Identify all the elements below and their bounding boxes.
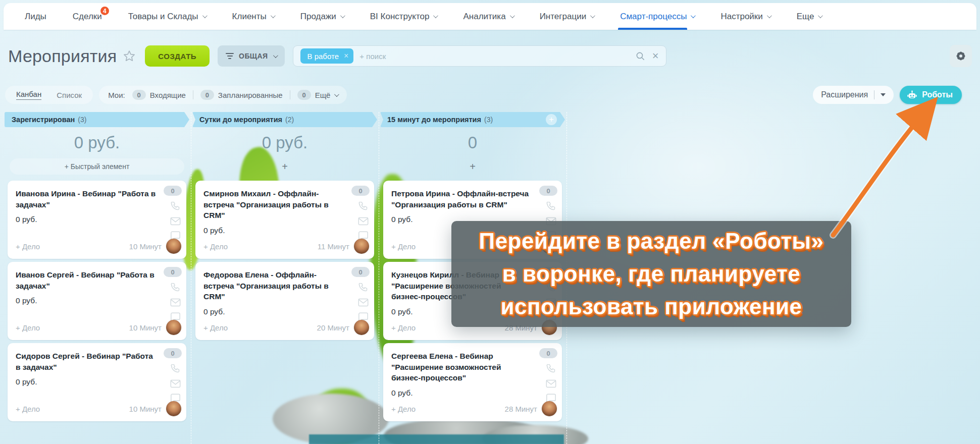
- counter-incoming[interactable]: 0 Входящие: [132, 90, 186, 100]
- avatar[interactable]: [354, 320, 369, 335]
- add-column-plus-button[interactable]: +: [546, 114, 557, 125]
- quick-add-plus[interactable]: +: [470, 161, 476, 173]
- column-header[interactable]: Сутки до мероприятия (2): [192, 112, 377, 127]
- coach-tooltip-line: в воронке, где планируете: [502, 263, 800, 285]
- nav-item-more[interactable]: Еще: [797, 3, 822, 30]
- chevron-down-icon: [273, 53, 278, 58]
- card-time: 28 Минут: [505, 405, 537, 413]
- favorite-star-icon[interactable]: [123, 49, 136, 63]
- background-stone: [482, 425, 588, 444]
- nav-item-deals[interactable]: Сделки 4: [73, 3, 102, 30]
- coach-tooltip: Перейдите в раздел «Роботы» в воронке, г…: [451, 221, 851, 327]
- column-header[interactable]: Зарегистрирован (3): [5, 112, 189, 127]
- phone-icon[interactable]: [170, 201, 181, 211]
- activity-count-badge: 0: [164, 267, 182, 277]
- add-todo-link[interactable]: + Дело: [16, 405, 40, 413]
- tab-list[interactable]: Список: [57, 91, 82, 99]
- chevron-down-icon: [334, 92, 339, 97]
- nav-item-bi-builder[interactable]: BI Конструктор: [370, 3, 437, 30]
- avatar[interactable]: [166, 239, 181, 254]
- robots-button[interactable]: Роботы: [900, 86, 962, 104]
- kanban-card[interactable]: Сидоров Сергей - Вебинар "Работа в задач…: [8, 343, 186, 421]
- phone-icon[interactable]: [170, 282, 181, 293]
- funnel-icon: [226, 53, 234, 60]
- activity-count-badge: 0: [164, 348, 182, 358]
- avatar[interactable]: [354, 239, 369, 254]
- column-sum: 0: [380, 133, 565, 151]
- phone-icon[interactable]: [546, 201, 556, 211]
- quick-add-plus[interactable]: +: [282, 161, 288, 173]
- email-icon[interactable]: [170, 217, 181, 226]
- funnel-filter-button[interactable]: ОБЩАЯ: [218, 45, 284, 67]
- nav-item-smart-processes[interactable]: Смарт-процессы: [620, 3, 694, 30]
- chip-close-icon[interactable]: ×: [344, 51, 348, 61]
- add-todo-link[interactable]: + Дело: [16, 323, 40, 332]
- chevron-down-icon: [590, 13, 595, 18]
- email-icon[interactable]: [170, 298, 181, 307]
- kanban-card[interactable]: Иванова Ирина - Вебинар "Работа в задача…: [8, 181, 186, 259]
- nav-item-products[interactable]: Товары и Склады: [128, 3, 206, 30]
- counter-planned[interactable]: 0 Запланированные: [200, 90, 283, 100]
- activity-count-badge: 0: [351, 267, 370, 277]
- nav-item-analytics[interactable]: Аналитика: [463, 3, 513, 30]
- email-icon[interactable]: [170, 379, 181, 388]
- card-time: 10 Минут: [129, 242, 162, 251]
- activity-count-badge: 0: [164, 186, 182, 196]
- search-input[interactable]: [359, 52, 629, 61]
- top-navbar: Лиды Сделки 4 Товары и Склады Клиенты Пр…: [4, 3, 976, 30]
- gear-icon: [956, 51, 966, 61]
- background-water: [309, 434, 564, 444]
- my-counters: Мои: 0 Входящие 0 Запланированные 0 Ещё: [99, 86, 347, 104]
- phone-icon[interactable]: [358, 282, 369, 293]
- kanban-card[interactable]: Федорова Елена - Оффлайн-встреча "Органи…: [195, 262, 374, 340]
- search-clear-icon[interactable]: ×: [652, 50, 659, 62]
- nav-item-settings[interactable]: Настройки: [720, 3, 770, 30]
- column-sum: 0 руб.: [5, 133, 189, 151]
- column-sum: 0 руб.: [192, 133, 377, 151]
- settings-gear-button[interactable]: [950, 45, 972, 67]
- add-todo-link[interactable]: + Дело: [391, 405, 416, 413]
- kanban-card[interactable]: Смирнов Михаил - Оффлайн-встреча "Органи…: [195, 181, 374, 259]
- nav-item-sales[interactable]: Продажи: [300, 3, 344, 30]
- chevron-down-icon: [202, 13, 208, 18]
- chevron-down-icon: [767, 13, 772, 18]
- filter-chip-in-progress[interactable]: В работе ×: [300, 48, 354, 64]
- add-todo-link[interactable]: + Дело: [391, 242, 416, 251]
- nav-item-leads[interactable]: Лиды: [25, 3, 46, 30]
- extensions-button[interactable]: Расширения: [813, 86, 894, 104]
- avatar[interactable]: [166, 320, 181, 335]
- email-icon[interactable]: [546, 379, 556, 388]
- quick-add-element-button[interactable]: + Быстрый элемент: [10, 158, 184, 175]
- chevron-down-icon: [271, 13, 276, 18]
- phone-icon[interactable]: [358, 201, 369, 211]
- chevron-down-icon: [433, 13, 438, 18]
- add-todo-link[interactable]: + Дело: [16, 242, 40, 251]
- card-time: 10 Минут: [129, 405, 162, 413]
- search-icon[interactable]: [636, 51, 645, 61]
- column-header[interactable]: 15 минут до мероприятия (3) +: [380, 112, 565, 127]
- tab-kanban[interactable]: Канбан: [16, 90, 41, 100]
- avatar[interactable]: [166, 401, 181, 416]
- nav-item-integrations[interactable]: Интеграции: [540, 3, 594, 30]
- add-todo-link[interactable]: + Дело: [391, 323, 416, 332]
- dropdown-triangle-icon: [881, 93, 886, 96]
- kanban-card[interactable]: Сергеева Елена - Вебинар "Расширение воз…: [383, 343, 562, 421]
- card-time: 11 Минут: [318, 242, 349, 251]
- email-icon[interactable]: [358, 298, 369, 307]
- create-button[interactable]: СОЗДАТЬ: [145, 45, 210, 67]
- view-bar: Канбан Список Мои: 0 Входящие 0 Запланир…: [5, 86, 962, 104]
- kanban-card[interactable]: Иванов Сергей - Вебинар "Работа в задача…: [8, 262, 186, 340]
- robot-icon: [907, 90, 917, 100]
- email-icon[interactable]: [358, 217, 369, 226]
- counter-more[interactable]: 0 Ещё: [297, 90, 338, 100]
- page-title: Мероприятия: [8, 46, 117, 66]
- view-tabs: Канбан Список: [5, 86, 93, 104]
- add-todo-link[interactable]: + Дело: [203, 242, 228, 251]
- phone-icon[interactable]: [546, 363, 556, 374]
- search-bar[interactable]: В работе × ×: [293, 45, 666, 67]
- phone-icon[interactable]: [170, 363, 181, 374]
- add-todo-link[interactable]: + Дело: [203, 323, 228, 332]
- nav-item-clients[interactable]: Клиенты: [232, 3, 274, 30]
- background-stone: [384, 418, 545, 444]
- avatar[interactable]: [542, 401, 557, 416]
